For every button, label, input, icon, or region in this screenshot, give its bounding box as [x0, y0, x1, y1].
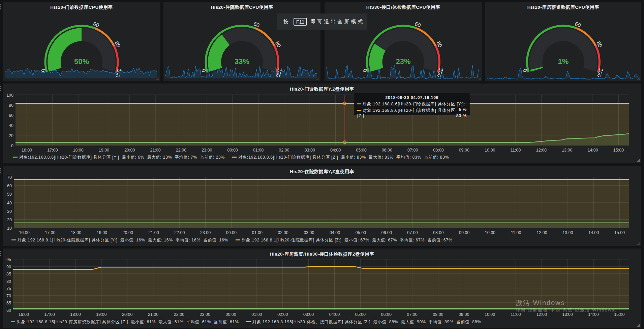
svg-text:100: 100	[596, 68, 604, 78]
svg-text:23%: 23%	[396, 57, 410, 66]
svg-text:0: 0	[522, 68, 528, 72]
svg-text:33%: 33%	[235, 57, 249, 66]
svg-text:1%: 1%	[558, 57, 569, 66]
svg-text:0: 0	[201, 68, 207, 72]
svg-text:0: 0	[362, 68, 368, 72]
svg-text:50%: 50%	[74, 57, 89, 66]
